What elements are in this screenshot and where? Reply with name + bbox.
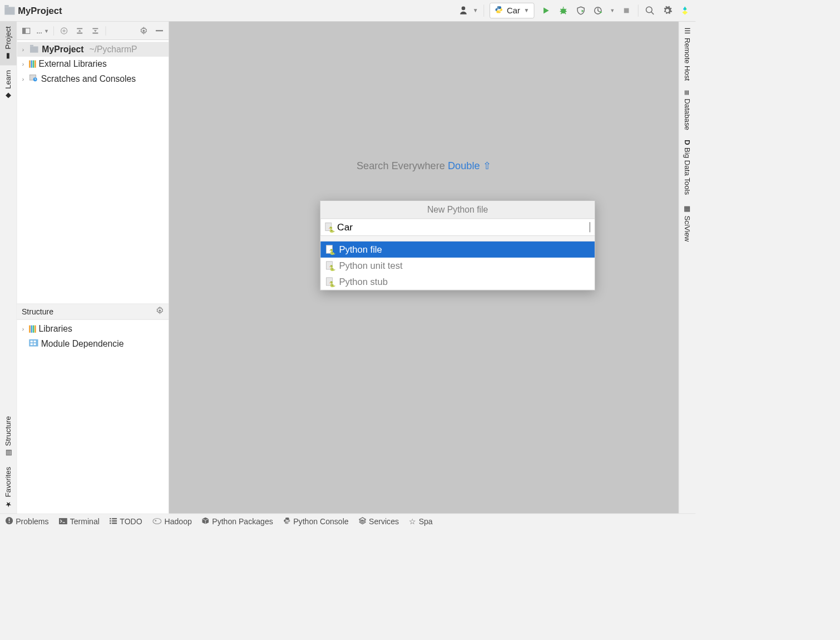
tool-tab-remote-host[interactable]: ☰ Remote Host <box>679 22 695 86</box>
svg-rect-20 <box>9 522 10 523</box>
tool-tab-favorites[interactable]: ★ Favorites <box>0 462 17 514</box>
gear-icon[interactable] <box>138 25 149 36</box>
problems-icon <box>6 517 13 526</box>
tool-tab-terminal[interactable]: Terminal <box>59 517 100 526</box>
view-mode-icon[interactable] <box>21 25 32 36</box>
tool-tab-structure[interactable]: ▥ Structure <box>0 412 17 462</box>
project-view-selector[interactable]: ... ▼ <box>36 27 49 35</box>
libraries-icon <box>29 60 36 67</box>
tool-tab-spark[interactable]: ☆ Spa <box>409 517 432 526</box>
svg-rect-22 <box>110 518 111 519</box>
tool-tab-sciview[interactable]: ▦ SciView <box>679 200 695 247</box>
hint-label: Search Everywhere <box>357 160 445 171</box>
hint-shortcut: Double ⇧ <box>448 160 491 171</box>
python-icon <box>283 517 290 526</box>
run-configuration-selector[interactable]: Car ▼ <box>490 3 534 18</box>
svg-rect-26 <box>112 520 117 521</box>
tab-label: Services <box>369 517 399 526</box>
search-icon[interactable] <box>644 4 656 17</box>
svg-rect-14 <box>31 341 33 342</box>
remote-host-icon: ☰ <box>683 26 692 35</box>
big-data-icon: D <box>683 140 691 145</box>
hide-icon[interactable] <box>154 25 165 36</box>
chevron-right-icon[interactable]: › <box>20 46 27 53</box>
left-tool-gutter: ▮ Project ◆ Learn ▥ Structure ★ Favorite… <box>0 22 17 513</box>
navigation-bar: MyProject ▼ Car ▼ ▼ <box>0 0 695 22</box>
profile-button[interactable] <box>592 4 605 17</box>
run-button[interactable] <box>540 4 552 17</box>
select-opened-file-icon[interactable] <box>58 25 70 36</box>
svg-rect-17 <box>33 343 36 345</box>
user-icon[interactable] <box>459 4 471 17</box>
tab-label: Python Packages <box>212 517 273 526</box>
tool-tab-problems[interactable]: Problems <box>6 517 49 526</box>
project-tool-window: ... ▼ <box>17 22 169 513</box>
chevron-down-icon[interactable]: ▼ <box>610 8 615 13</box>
svg-rect-19 <box>9 519 10 521</box>
file-type-option[interactable]: 🐍 Python stub <box>320 274 595 290</box>
python-file-icon: 🐍 <box>326 277 334 287</box>
chevron-right-icon[interactable]: › <box>20 75 27 82</box>
tree-node-module-deps[interactable]: Module Dependencie <box>17 336 169 351</box>
tree-node-libraries[interactable]: › Libraries <box>17 322 169 336</box>
gear-icon[interactable] <box>661 4 674 17</box>
tree-node-scratches[interactable]: › Scratches and Consoles <box>17 71 169 86</box>
tool-tab-label: Big Data Tools <box>683 147 691 195</box>
svg-point-12 <box>159 309 161 312</box>
node-label: External Libraries <box>39 59 107 69</box>
node-path: ~/PycharmP <box>89 44 137 54</box>
chevron-down-icon[interactable]: ▼ <box>473 7 478 14</box>
debug-button[interactable] <box>557 4 570 17</box>
tool-tab-hadoop[interactable]: Hadoop <box>152 517 192 526</box>
tool-tab-python-console[interactable]: Python Console <box>283 517 349 526</box>
chevron-right-icon[interactable]: › <box>20 326 27 333</box>
structure-tool-window: Structure › Libraries <box>17 304 169 514</box>
packages-icon <box>202 517 209 526</box>
chevron-right-icon[interactable]: › <box>20 60 27 67</box>
structure-header: Structure <box>17 304 169 319</box>
tree-node-external-libraries[interactable]: › External Libraries <box>17 57 169 71</box>
tab-label: Terminal <box>70 517 100 526</box>
tool-tab-database[interactable]: ≣ Database <box>679 85 695 135</box>
project-tree[interactable]: › MyProject ~/PycharmP › External Librar… <box>17 40 169 304</box>
filename-input[interactable] <box>337 221 586 233</box>
tool-tab-todo[interactable]: TODO <box>110 517 142 526</box>
tool-tab-big-data[interactable]: D Big Data Tools <box>679 135 695 200</box>
dialog-title: New Python file <box>320 201 595 219</box>
svg-rect-13 <box>29 339 38 346</box>
tool-tab-project[interactable]: ▮ Project <box>0 22 17 65</box>
tool-tab-python-packages[interactable]: Python Packages <box>202 517 273 526</box>
separator <box>484 4 485 17</box>
node-label: Module Dependencie <box>41 339 124 349</box>
tool-tab-label: Database <box>683 99 691 131</box>
tool-tab-services[interactable]: Services <box>359 517 399 526</box>
dialog-input-row: 🐍 <box>320 219 595 236</box>
search-everywhere-hint: Search Everywhere Double ⇧ <box>357 160 491 172</box>
file-type-option[interactable]: 🐍 Python unit test <box>320 258 595 274</box>
svg-point-29 <box>155 520 156 521</box>
structure-icon: ▥ <box>4 449 13 458</box>
tree-node-project-root[interactable]: › MyProject ~/PycharmP <box>17 42 169 56</box>
module-icon <box>29 339 38 349</box>
tab-label: Hadoop <box>164 517 191 526</box>
svg-rect-16 <box>31 343 33 345</box>
editor-empty-state: Search Everywhere Double ⇧ Drop files he… <box>169 22 679 513</box>
svg-rect-15 <box>33 341 36 342</box>
structure-title: Structure <box>22 307 53 317</box>
brand-icon[interactable] <box>679 4 691 17</box>
file-type-option[interactable]: 🐍 Python file <box>320 242 595 258</box>
gear-icon[interactable] <box>156 307 164 317</box>
option-label: Python unit test <box>339 260 402 271</box>
run-coverage-button[interactable] <box>575 4 587 17</box>
breadcrumb[interactable]: MyProject <box>4 6 62 16</box>
expand-all-icon[interactable] <box>75 25 86 36</box>
svg-rect-23 <box>110 520 111 521</box>
svg-rect-21 <box>59 518 67 524</box>
folder-icon <box>30 46 38 52</box>
structure-tree[interactable]: › Libraries Module Dependencie <box>17 320 169 514</box>
python-icon <box>495 6 503 16</box>
tool-tab-learn[interactable]: ◆ Learn <box>0 65 17 105</box>
collapse-all-icon[interactable] <box>90 25 101 36</box>
separator <box>638 4 639 17</box>
tool-tab-label: Structure <box>4 416 12 446</box>
